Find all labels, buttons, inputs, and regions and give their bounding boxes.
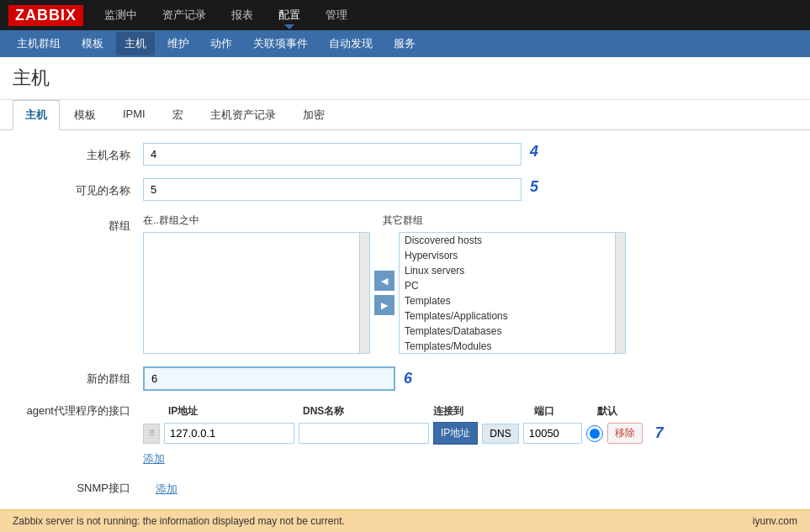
subnav-hosts[interactable]: 主机 (116, 32, 155, 55)
subnav-maintenance[interactable]: 维护 (159, 32, 198, 55)
nav-admin[interactable]: 管理 (321, 8, 352, 23)
add-agent-link[interactable]: 添加 (143, 451, 165, 466)
connect-dns-button[interactable]: DNS (482, 424, 518, 444)
visible-name-row: 可见的名称 5 (17, 178, 793, 201)
add-snmp-link[interactable]: 添加 (156, 482, 177, 497)
sub-navigation: 主机群组 模板 主机 维护 动作 关联项事件 自动发现 服务 (0, 30, 810, 57)
nav-monitor[interactable]: 监测中 (100, 8, 141, 23)
annotation-6: 6 (404, 370, 412, 387)
subnav-discovery[interactable]: 自动发现 (320, 32, 381, 55)
subnav-templates[interactable]: 模板 (73, 32, 112, 55)
agent-section: agent代理程序的接口 IP地址 DNS名称 连接到 端口 默认 ⠿ IP地 (17, 403, 793, 466)
list-item[interactable]: Templates/Applications (400, 308, 625, 324)
watermark: iyunv.com (753, 515, 797, 527)
new-group-input[interactable] (143, 366, 395, 391)
list-item[interactable]: PC (400, 278, 625, 293)
new-group-row: 新的群组 6 (17, 366, 793, 391)
hostname-row: 主机名称 4 (17, 143, 793, 166)
group-selected-list[interactable] (143, 232, 370, 354)
tab-macros[interactable]: 宏 (160, 100, 196, 130)
dns-input[interactable] (299, 423, 429, 444)
top-navigation: ZABBIX 监测中 资产记录 报表 配置 管理 (0, 0, 810, 30)
col-connect-header: 连接到 (433, 404, 530, 419)
tab-inventory[interactable]: 主机资产记录 (198, 100, 289, 130)
drag-handle[interactable]: ⠿ (143, 424, 160, 444)
top-nav-items: 监测中 资产记录 报表 配置 管理 (100, 8, 352, 23)
list-item[interactable]: Templates (400, 293, 625, 308)
subnav-hostgroups[interactable]: 主机群组 (8, 32, 69, 55)
page-title: 主机 (13, 66, 797, 91)
group-in-label: 在..群组之中 (143, 213, 370, 228)
tab-encryption[interactable]: 加密 (290, 100, 337, 130)
subnav-correvents[interactable]: 关联项事件 (245, 32, 316, 55)
list-item[interactable]: Hypervisors (400, 248, 625, 263)
annotation-5: 5 (530, 178, 538, 196)
annotation-4: 4 (530, 143, 538, 161)
list-item[interactable]: Discovered hosts (400, 233, 625, 248)
subnav-actions[interactable]: 动作 (202, 32, 241, 55)
ip-input[interactable] (164, 423, 294, 444)
hostname-input[interactable] (143, 143, 521, 166)
transfer-left-button[interactable]: ◀ (374, 271, 394, 291)
app-logo: ZABBIX (8, 5, 83, 26)
agent-label: agent代理程序的接口 (17, 403, 143, 419)
form-tabs: 主机 模板 IPMI 宏 主机资产记录 加密 (0, 100, 810, 130)
nav-reports[interactable]: 报表 (227, 8, 257, 23)
group-panels: ◀ ▶ Discovered hosts Hypervisors Linux s… (143, 232, 626, 354)
col-dns-header: DNS名称 (299, 404, 429, 419)
list-item[interactable]: Templates/Databases (400, 324, 625, 339)
default-radio[interactable] (586, 425, 603, 442)
groups-section: 群组 在..群组之中 其它群组 ◀ ▶ (17, 213, 793, 354)
page-title-bar: 主机 (0, 57, 810, 100)
transfer-right-button[interactable]: ▶ (374, 295, 394, 315)
hostname-label: 主机名称 (17, 143, 143, 163)
new-group-label: 新的群组 (17, 371, 143, 387)
remove-button[interactable]: 移除 (607, 423, 643, 444)
tab-host[interactable]: 主机 (13, 100, 60, 130)
status-bar: Zabbix server is not running: the inform… (0, 509, 810, 528)
port-input[interactable] (523, 423, 582, 444)
connect-ip-button[interactable]: IP地址 (433, 422, 478, 445)
list-item[interactable]: Linux servers (400, 263, 625, 278)
col-ip-header: IP地址 (164, 404, 294, 419)
visible-name-label: 可见的名称 (17, 178, 143, 198)
annotation-7: 7 (655, 424, 664, 442)
group-available-list[interactable]: Discovered hosts Hypervisors Linux serve… (399, 232, 626, 354)
group-transfer-buttons: ◀ ▶ (374, 271, 394, 315)
list-item[interactable]: Templates/Modules (400, 339, 625, 354)
tab-ipmi[interactable]: IPMI (110, 100, 158, 130)
col-default-header: 默认 (597, 404, 639, 419)
snmp-label: SNMP接口 (17, 481, 143, 496)
visible-name-input[interactable] (143, 178, 521, 201)
page-content: 主机 主机 模板 IPMI 宏 主机资产记录 加密 主机名称 4 可见的名称 5… (0, 57, 810, 528)
tab-templates[interactable]: 模板 (61, 100, 109, 130)
status-message: Zabbix server is not running: the inform… (13, 515, 345, 527)
col-port-header: 端口 (534, 404, 593, 419)
subnav-services[interactable]: 服务 (385, 32, 424, 55)
group-other-label: 其它群组 (383, 213, 423, 228)
nav-config[interactable]: 配置 (274, 8, 304, 23)
host-form: 主机名称 4 可见的名称 5 群组 在..群组之中 其它群组 (0, 130, 810, 509)
nav-assets[interactable]: 资产记录 (158, 8, 210, 23)
snmp-section: SNMP接口 添加 (17, 479, 793, 497)
group-label: 群组 (17, 213, 143, 234)
